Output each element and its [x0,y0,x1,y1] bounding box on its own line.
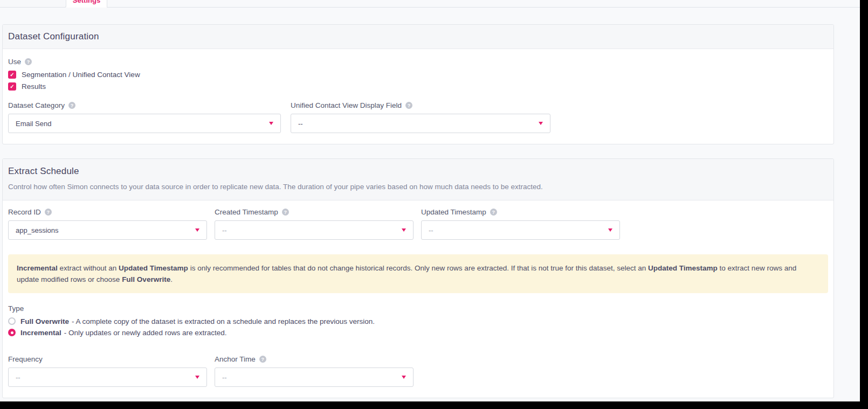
notice-text: is only recommended for tables that do n… [188,264,648,272]
notice-text: Incremental [17,264,58,272]
notice-text: Updated Timestamp [119,264,188,272]
notice-text: Updated Timestamp [648,264,718,272]
help-icon[interactable] [68,102,75,109]
dataset-configuration-header: Dataset Configuration [3,25,833,49]
chevron-down-icon [269,122,273,125]
chevron-down-icon [539,122,543,125]
tab-settings[interactable]: Settings [66,0,107,8]
help-icon[interactable] [45,209,52,216]
chevron-down-icon [195,228,199,232]
dataset-configuration-card: Dataset Configuration Use Segmentation /… [2,24,834,144]
checkbox-row-segmentation[interactable]: Segmentation / Unified Contact View [8,69,828,80]
help-icon[interactable] [282,209,289,216]
tab-bar: Settings [0,0,860,8]
created-timestamp-select[interactable]: -- [215,220,414,240]
radio-unselected-icon[interactable] [8,317,16,325]
extract-schedule-header: Extract Schedule Control how often Simon… [3,159,833,200]
notice-text: Full Overwrite [122,275,170,283]
help-icon[interactable] [405,102,412,109]
tab-settings-label: Settings [73,0,100,8]
checkbox-label: Segmentation / Unified Contact View [22,71,140,79]
section-description: Control how often Simon connects to your… [8,183,828,191]
anchor-time-label: Anchor Time [215,355,266,363]
ucv-display-field-value: -- [298,120,303,128]
ucv-display-field-label: Unified Contact View Display Field [291,101,412,109]
use-label: Use [8,58,828,66]
record-id-label: Record ID [8,208,207,216]
chevron-down-icon [608,228,612,232]
help-icon[interactable] [490,209,497,216]
ucv-display-field-select[interactable]: -- [291,114,550,133]
checkbox-row-results[interactable]: Results [8,81,828,92]
settings-page: Settings Dataset Configuration Use Segme… [0,0,860,401]
frequency-value: -- [16,373,20,382]
anchor-time-select[interactable]: -- [215,368,414,387]
dataset-category-value: Email Send [16,120,51,128]
section-title: Dataset Configuration [8,31,99,42]
incremental-notice: Incremental extract without an Updated T… [8,254,828,293]
updated-timestamp-label: Updated Timestamp [421,208,497,216]
checkbox-checked-icon[interactable] [8,71,16,79]
frequency-label: Frequency [8,355,207,363]
help-icon[interactable] [25,58,32,65]
record-id-value: app_sessions [16,226,59,234]
created-timestamp-label: Created Timestamp [215,208,414,216]
tab-bar-filler [107,0,860,8]
record-id-select[interactable]: app_sessions [8,220,207,240]
updated-timestamp-select[interactable]: -- [421,220,620,240]
notice-text: . [170,275,173,283]
frequency-select[interactable]: -- [8,368,207,387]
radio-full-overwrite[interactable]: Full Overwrite - A complete copy of the … [8,316,828,327]
checkbox-checked-icon[interactable] [8,82,16,91]
anchor-time-value: -- [222,373,227,382]
chevron-down-icon [402,376,406,379]
radio-selected-icon[interactable] [8,329,16,336]
chevron-down-icon [402,228,406,232]
section-title: Extract Schedule [8,166,828,177]
created-timestamp-value: -- [222,226,227,234]
chevron-down-icon [195,376,199,379]
checkbox-label: Results [22,82,46,91]
updated-timestamp-value: -- [429,226,433,234]
dataset-category-select[interactable]: Email Send [8,114,281,133]
tab-previous[interactable] [0,0,66,8]
type-label: Type [8,304,828,313]
radio-incremental[interactable]: Incremental - Only updates or newly adde… [8,327,828,338]
dataset-category-label: Dataset Category [8,101,281,109]
notice-text: extract without an [58,264,119,272]
extract-schedule-card: Extract Schedule Control how often Simon… [2,158,834,398]
help-icon[interactable] [259,356,266,363]
